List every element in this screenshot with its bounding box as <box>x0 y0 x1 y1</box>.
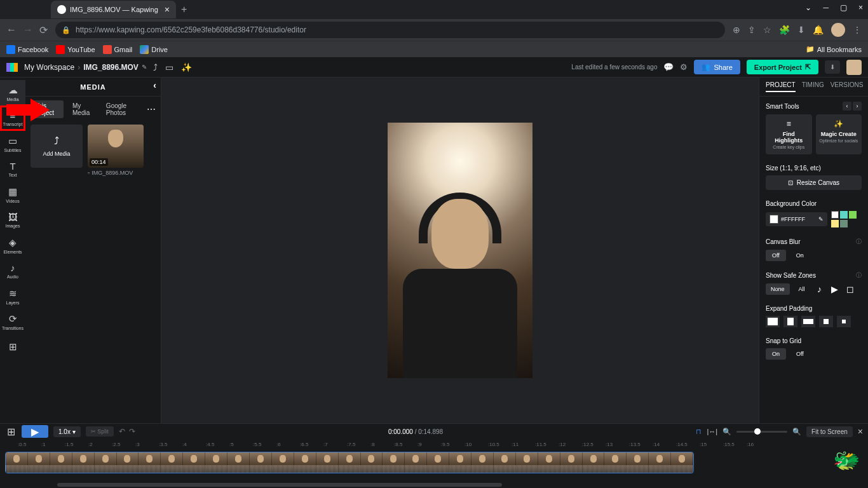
notifications-icon[interactable]: 🔔 <box>813 25 824 35</box>
tool-videos[interactable]: ▦Videos <box>0 182 25 207</box>
timeline-track[interactable] <box>5 452 694 473</box>
file-name[interactable]: IMG_8896.MOV <box>83 63 139 72</box>
safezone-none[interactable]: None <box>766 283 790 295</box>
info-icon[interactable]: ⓘ <box>856 238 862 246</box>
chevron-down-icon[interactable]: ⌄ <box>805 3 811 12</box>
redo-icon[interactable]: ↷ <box>129 427 135 436</box>
kapwing-logo[interactable] <box>6 63 18 72</box>
more-options-icon[interactable]: ⋯ <box>147 104 156 114</box>
timeline-ruler[interactable]: :0.5:1:1.5:2:2.5:3:3.5:4:4.5:5:5.5:6:6.5… <box>0 439 868 449</box>
padding-opt-3[interactable] <box>801 316 815 327</box>
tool-audio[interactable]: ♪Audio <box>0 258 25 283</box>
next-tool-icon[interactable]: › <box>853 102 862 111</box>
palette-white[interactable] <box>831 211 839 219</box>
snap-boundaries-icon[interactable]: |↔| <box>707 428 717 435</box>
snap-on-button[interactable]: On <box>766 348 786 360</box>
play-button[interactable]: ▶ <box>22 425 48 438</box>
maximize-icon[interactable]: ▢ <box>840 3 847 12</box>
instagram-icon[interactable]: ◻ <box>844 283 856 295</box>
padding-opt-4[interactable] <box>819 316 833 327</box>
tiktok-icon[interactable]: ♪ <box>814 283 825 295</box>
resize-canvas-button[interactable]: ⊡Resize Canvas <box>766 175 862 190</box>
tool-layers[interactable]: ≋Layers <box>0 283 25 309</box>
info-icon[interactable]: ⓘ <box>856 271 862 280</box>
magic-create-card[interactable]: ✨ Magic Create Optimize for socials <box>816 114 862 154</box>
video-preview[interactable] <box>388 123 532 378</box>
padding-opt-1[interactable] <box>766 316 780 327</box>
install-icon[interactable]: ⊕ <box>733 25 740 35</box>
find-highlights-card[interactable]: ≡ Find Highlights Create key clips <box>766 114 812 154</box>
tool-elements[interactable]: ◈Elements <box>0 233 25 258</box>
url-input[interactable]: 🔒 https://www.kapwing.com/6562c259e3feb6… <box>55 22 725 38</box>
zoom-in-icon[interactable]: 🔍 <box>792 428 801 436</box>
browser-tab[interactable]: IMG_8896.MOV — Kapwing × <box>51 1 176 18</box>
user-avatar[interactable] <box>846 60 862 75</box>
padding-opt-5[interactable] <box>837 316 851 327</box>
palette-sage[interactable] <box>840 220 848 227</box>
close-tab-icon[interactable]: × <box>165 4 170 15</box>
bookmark-gmail[interactable]: Gmail <box>103 45 133 54</box>
bookmark-youtube[interactable]: YouTube <box>56 45 95 54</box>
blur-off-button[interactable]: Off <box>766 250 786 261</box>
tool-text[interactable]: TText <box>0 156 25 182</box>
add-media-button[interactable]: ⤴ Add Media <box>31 125 83 168</box>
magnet-icon[interactable]: ⊓ <box>696 428 702 436</box>
palette-teal[interactable] <box>840 211 848 219</box>
reload-icon[interactable]: ⟳ <box>39 24 48 36</box>
youtube-sz-icon[interactable]: ▶ <box>829 283 841 295</box>
blur-on-button[interactable]: On <box>790 250 810 261</box>
tab-google-photos[interactable]: Google Photos <box>102 100 142 118</box>
tab-versions[interactable]: VERSIONS <box>831 81 864 92</box>
lightbulb-icon[interactable]: ✨ <box>181 62 192 72</box>
hex-input[interactable]: #FFFFFF ✎ <box>766 212 827 226</box>
share-button[interactable]: 👥Share <box>694 60 740 74</box>
zoom-slider[interactable] <box>736 431 787 433</box>
profile-avatar[interactable] <box>831 23 845 37</box>
padding-opt-2[interactable] <box>783 316 797 327</box>
tool-images[interactable]: 🖼Images <box>0 207 25 233</box>
download-button[interactable]: ⬇ <box>825 60 840 74</box>
split-button[interactable]: ✂ Split <box>86 426 114 437</box>
speed-dropdown[interactable]: 1.0x ▾ <box>53 426 81 437</box>
zoom-out-icon[interactable]: 🔍 <box>722 428 731 436</box>
tab-my-media[interactable]: My Media <box>69 100 97 118</box>
palette-green[interactable] <box>849 211 857 219</box>
bookmark-star-icon[interactable]: ☆ <box>763 25 771 35</box>
fit-to-screen-button[interactable]: Fit to Screen <box>806 426 853 437</box>
forward-icon[interactable]: → <box>23 24 33 36</box>
extensions-icon[interactable]: 🧩 <box>779 25 790 35</box>
all-bookmarks-button[interactable]: 📁All Bookmarks <box>806 45 862 53</box>
prev-tool-icon[interactable]: ‹ <box>843 102 851 111</box>
close-window-icon[interactable]: × <box>858 3 863 12</box>
tool-more[interactable]: ⊞ <box>0 334 25 360</box>
downloads-icon[interactable]: ⬇ <box>797 25 805 35</box>
bookmark-facebook[interactable]: Facebook <box>6 45 48 54</box>
tool-transitions[interactable]: ⟳Transitions <box>0 309 25 334</box>
tab-timing[interactable]: TIMING <box>802 81 824 92</box>
eyedropper-icon[interactable]: ✎ <box>818 216 824 222</box>
present-icon[interactable]: ▭ <box>165 62 173 72</box>
horizontal-scrollbar[interactable] <box>57 483 502 487</box>
settings-gear-icon[interactable]: ⚙ <box>680 62 688 72</box>
back-icon[interactable]: ← <box>6 24 17 36</box>
edit-pencil-icon[interactable]: ✎ <box>142 64 147 71</box>
snap-off-button[interactable]: Off <box>790 348 810 360</box>
new-tab-button[interactable]: + <box>181 4 187 15</box>
palette-yellow[interactable] <box>831 220 839 227</box>
tool-subtitles[interactable]: ▭Subtitles <box>0 131 25 156</box>
upload-share-icon[interactable]: ⤴ <box>153 62 158 72</box>
canvas-area[interactable] <box>161 78 759 423</box>
minimize-icon[interactable]: ─ <box>823 3 829 12</box>
grid-view-icon[interactable]: ⊞ <box>5 426 17 437</box>
tab-project[interactable]: PROJECT <box>766 81 796 92</box>
workspace-link[interactable]: My Workspace <box>24 63 74 72</box>
close-timeline-icon[interactable]: × <box>858 426 863 437</box>
bookmark-drive[interactable]: Drive <box>140 45 168 54</box>
undo-icon[interactable]: ↶ <box>119 427 125 436</box>
comments-icon[interactable]: 💬 <box>663 62 674 72</box>
media-clip[interactable]: 00:14 ▫IMG_8896.MOV <box>88 125 144 176</box>
collapse-panel-icon[interactable]: ‹ <box>153 80 157 90</box>
share-url-icon[interactable]: ⇪ <box>748 25 756 35</box>
safezone-all[interactable]: All <box>794 283 810 295</box>
menu-icon[interactable]: ⋮ <box>853 25 862 35</box>
